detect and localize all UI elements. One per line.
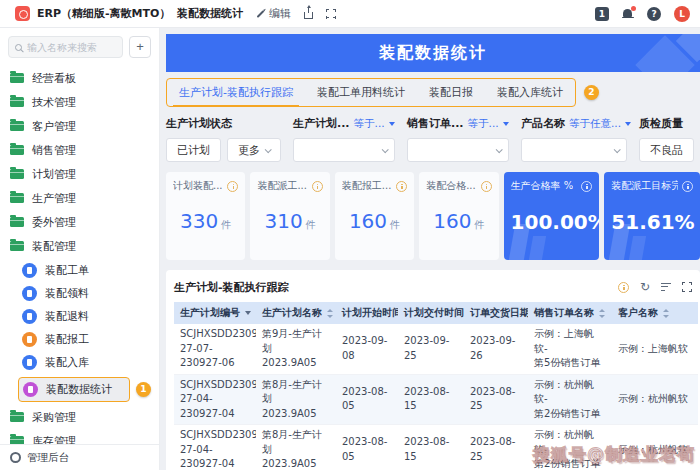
tab-plan-execution-tracking[interactable]: 生产计划-装配执行跟踪 — [179, 85, 293, 100]
edit-label: 编辑 — [269, 6, 291, 21]
sidebar-item-assembly-data-stats[interactable]: 装配数据统计 — [18, 377, 130, 402]
folder-icon — [10, 412, 24, 422]
card-title: 装配派工目标完... — [611, 179, 678, 193]
table-header-row: 生产计划编号 生产计划名称 计划开始时间 计划交付时间 订单交货日期 销售订单名… — [174, 302, 698, 324]
sidebar-item-assembly-work-report[interactable]: 装配报工 — [18, 328, 151, 351]
sidebar-item-label: 装配退料 — [45, 309, 89, 324]
filter-status-more-button[interactable]: 更多 — [227, 138, 281, 162]
filter-plan-select[interactable] — [293, 138, 395, 162]
card-value: 160 — [349, 209, 387, 233]
filter-sales-order: 销售订单... 等于... — [407, 116, 509, 162]
gear-icon — [10, 452, 21, 463]
table-fullscreen-icon[interactable] — [682, 282, 692, 292]
filter-label: 生产计划状态 — [166, 116, 232, 131]
cell-sales-order: 示例：杭州帆软- 第2份销售订单 — [528, 425, 612, 470]
card-dispatch-target-completion: 装配派工目标完... 51.61% — [604, 172, 700, 260]
card-planned-assembly: 计划装配... 330件 — [166, 172, 245, 260]
card-assembly-report: 装配报工... 160件 — [335, 172, 414, 260]
sidebar-folder-sales[interactable]: 销售管理 — [8, 138, 151, 162]
filter-operator[interactable]: 等于任意... — [569, 117, 621, 131]
sidebar-folder-technology[interactable]: 技术管理 — [8, 90, 151, 114]
more-label: 更多 — [238, 143, 260, 158]
filter-operator[interactable]: 等于... — [468, 117, 499, 131]
sidebar-folder-planning[interactable]: 计划管理 — [8, 162, 151, 186]
card-unit: 件 — [390, 219, 400, 230]
folder-label: 采购管理 — [32, 410, 76, 425]
folder-label: 经营看板 — [32, 71, 76, 86]
info-icon[interactable] — [618, 282, 629, 293]
column-header-delivery-date[interactable]: 计划交付时间 — [398, 302, 464, 324]
info-icon[interactable] — [581, 181, 592, 192]
data-stats-icon — [23, 382, 38, 397]
card-unit: 件 — [221, 219, 231, 230]
card-pass-rate: 生产合格率 % 100.00% — [504, 172, 600, 260]
refresh-icon[interactable]: ↻ — [640, 281, 650, 293]
sidebar-folder-purchase[interactable]: 采购管理 — [8, 405, 151, 429]
sidebar-folder-assembly[interactable]: 装配管理 — [8, 234, 151, 258]
filter-status-planned-button[interactable]: 已计划 — [166, 138, 221, 162]
cell-customer: 示例：上海帆软 — [612, 324, 698, 374]
info-icon[interactable] — [481, 181, 492, 192]
column-header-customer[interactable]: 客户名称 — [612, 302, 698, 324]
notification-bell-icon[interactable] — [622, 8, 634, 20]
cell-customer: 示例：杭州帆软 — [612, 374, 698, 425]
column-header-plan-code[interactable]: 生产计划编号 — [174, 302, 256, 324]
add-button[interactable]: + — [129, 36, 151, 58]
edit-button[interactable]: 编辑 — [256, 6, 291, 21]
filter-defective-button[interactable]: 不良品 — [639, 138, 694, 162]
fullscreen-icon[interactable] — [326, 9, 336, 19]
column-header-plan-name[interactable]: 生产计划名称 — [256, 302, 336, 324]
column-header-order-date[interactable]: 订单交货日期 — [464, 302, 528, 324]
sidebar-item-assembly-inbound[interactable]: 装配入库 — [18, 351, 151, 374]
card-decoration — [528, 236, 545, 260]
cell-plan-code: SCJHXSDD2309 27-07-230927-06 — [174, 324, 256, 374]
tab-assembly-inbound-stats[interactable]: 装配入库统计 — [497, 85, 563, 100]
tab-workorder-material-stats[interactable]: 装配工单用料统计 — [317, 85, 405, 100]
tracking-table-card: 生产计划-装配执行跟踪 ↻ 生产计划编号 生产计划名称 计划开始时间 计划交付时… — [166, 270, 700, 470]
card-title: 装配合格... — [426, 179, 476, 193]
pencil-icon — [257, 10, 265, 18]
sidebar-item-assembly-workorder[interactable]: 装配工单 — [18, 259, 151, 282]
sort-icon — [327, 309, 333, 318]
topbar-left: ERP（精细版-离散MTO） — [8, 6, 168, 21]
sidebar-item-assembly-material-pick[interactable]: 装配领料 — [18, 282, 151, 305]
folder-icon — [10, 169, 24, 179]
info-icon[interactable] — [227, 181, 238, 192]
sidebar-folder-customer[interactable]: 客户管理 — [8, 114, 151, 138]
sidebar-folder-production[interactable]: 生产管理 — [8, 186, 151, 210]
caret-down-icon — [389, 122, 395, 126]
export-icon[interactable] — [304, 12, 313, 19]
tab-assembly-daily-report[interactable]: 装配日报 — [429, 85, 473, 100]
info-icon[interactable] — [312, 181, 323, 192]
sort-filter-icon[interactable] — [661, 283, 671, 292]
folder-label: 销售管理 — [32, 143, 76, 158]
top-bar: ERP（精细版-离散MTO） 装配数据统计 编辑 1 ? L — [0, 0, 700, 28]
cell-start-date: 2023-09-08 — [336, 324, 398, 374]
page-banner: 装配数据统计 — [166, 34, 700, 72]
info-icon[interactable] — [396, 181, 407, 192]
filter-product-select[interactable] — [521, 138, 627, 162]
sidebar-item-assembly-material-return[interactable]: 装配退料 — [18, 305, 151, 328]
tabs-annotation-box: 生产计划-装配执行跟踪 装配工单用料统计 装配日报 装配入库统计 — [166, 78, 576, 107]
sidebar-folder-outsourcing[interactable]: 委外管理 — [8, 210, 151, 234]
help-icon[interactable]: ? — [647, 7, 661, 21]
folder-label: 技术管理 — [32, 95, 76, 110]
caret-down-icon — [503, 122, 509, 126]
admin-backend-button[interactable]: 管理后台 — [0, 444, 159, 470]
filter-operator[interactable]: 等于... — [354, 117, 385, 131]
card-unit: 件 — [306, 219, 316, 230]
message-count-icon[interactable]: 1 — [595, 7, 609, 21]
column-header-start-date[interactable]: 计划开始时间 — [336, 302, 398, 324]
filter-label: 生产计划... — [293, 116, 350, 131]
inbound-icon — [22, 355, 37, 370]
filter-order-select[interactable] — [407, 138, 509, 162]
info-icon[interactable] — [682, 181, 693, 192]
filter-label: 销售订单... — [407, 116, 464, 131]
column-header-sales-order[interactable]: 销售订单名称 — [528, 302, 612, 324]
sidebar: + 经营看板 技术管理 客户管理 销售管理 计划管理 生产管理 委外管理 — [0, 28, 160, 470]
search-input[interactable] — [27, 42, 116, 53]
search-box[interactable] — [8, 36, 123, 58]
notification-dot — [631, 6, 636, 11]
sidebar-folder-business-board[interactable]: 经营看板 — [8, 66, 151, 90]
user-avatar[interactable]: L — [674, 6, 690, 22]
